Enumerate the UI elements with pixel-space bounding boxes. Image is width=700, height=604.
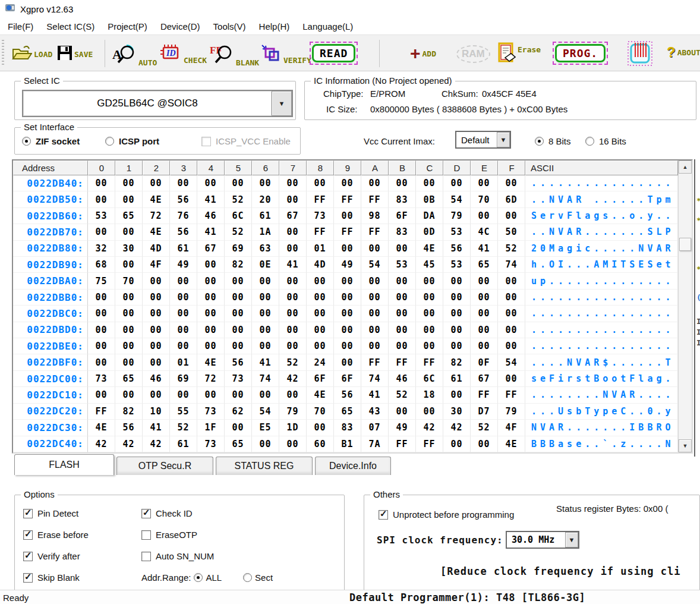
hex-byte-cell[interactable]: 61 [170, 436, 197, 452]
vcc-imax-combo[interactable]: Default ▼ [455, 131, 511, 149]
hex-byte-cell[interactable]: 00 [170, 322, 197, 338]
hex-byte-cell[interactable]: 4E [143, 224, 170, 240]
hex-byte-cell[interactable]: 00 [252, 387, 279, 403]
hex-address[interactable]: 0022DC40: [13, 436, 88, 452]
hex-byte-cell[interactable]: FF [361, 224, 389, 240]
hex-ascii[interactable]: 20Magic.....NVAR [525, 241, 678, 257]
hex-byte-cell[interactable]: 56 [334, 387, 361, 403]
hex-byte-cell[interactable]: 00 [361, 241, 389, 257]
hex-byte-cell[interactable]: 00 [443, 436, 471, 452]
hex-byte-cell[interactable]: 00 [443, 322, 471, 338]
hex-byte-cell[interactable]: 00 [143, 273, 170, 289]
hex-byte-cell[interactable]: E5 [252, 420, 279, 436]
hex-byte-cell[interactable]: 00 [197, 175, 225, 191]
16-bits-radio[interactable]: 16 Bits [585, 136, 626, 146]
tab-flash[interactable]: FLASH [14, 454, 114, 475]
load-button[interactable]: LOAD [12, 45, 52, 64]
hex-byte-cell[interactable]: 00 [471, 290, 498, 306]
hex-byte-cell[interactable]: 42 [115, 436, 143, 452]
hex-byte-cell[interactable]: 76 [170, 208, 197, 224]
hex-ascii[interactable]: h.OI...AMITSESet [525, 257, 678, 273]
hex-byte-cell[interactable]: 00 [334, 273, 361, 289]
hex-byte-cell[interactable]: 00 [225, 273, 252, 289]
hex-byte-cell[interactable]: 00 [252, 306, 279, 322]
hex-byte-cell[interactable]: 00 [115, 306, 143, 322]
menu-item-projectp[interactable]: Project(P) [101, 19, 154, 34]
hex-byte-cell[interactable]: 00 [252, 175, 279, 191]
auto-button[interactable]: A AUTO [112, 43, 157, 67]
hex-byte-cell[interactable]: 00 [115, 290, 143, 306]
hex-byte-cell[interactable]: 73 [225, 371, 252, 387]
hex-byte-cell[interactable]: 00 [334, 322, 361, 338]
hex-ascii[interactable]: ................ [525, 338, 678, 354]
zif-socket-radio[interactable]: ZIF socket [22, 136, 80, 146]
hex-byte-cell[interactable]: 00 [88, 387, 115, 403]
hex-address[interactable]: 0022DC10: [13, 387, 88, 403]
ic-select-combo[interactable]: GD25LB64C @SOIC8 ▼ [22, 90, 293, 117]
hex-byte-cell[interactable]: 00 [88, 191, 115, 207]
hex-byte-cell[interactable]: 67 [279, 208, 307, 224]
hex-byte-cell[interactable]: D7 [471, 404, 498, 420]
hex-byte-cell[interactable]: 20 [252, 191, 279, 207]
hex-byte-cell[interactable]: 00 [225, 306, 252, 322]
hex-byte-cell[interactable]: 49 [170, 257, 197, 273]
hex-byte-cell[interactable]: 46 [197, 208, 225, 224]
hex-byte-cell[interactable]: 56 [225, 354, 252, 370]
hex-byte-cell[interactable]: 53 [443, 257, 471, 273]
scrollbar-thumb[interactable] [679, 238, 691, 251]
hex-byte-cell[interactable]: 50 [498, 224, 525, 240]
hex-byte-cell[interactable]: 41 [471, 241, 498, 257]
hex-byte-cell[interactable]: 00 [498, 322, 525, 338]
hex-byte-cell[interactable]: 00 [197, 387, 225, 403]
verify-after-checkbox[interactable]: ✓ Verify after [23, 551, 80, 561]
hex-byte-cell[interactable]: 54 [443, 191, 471, 207]
hex-address[interactable]: 0022DBA0: [13, 273, 88, 289]
hex-byte-cell[interactable]: 00 [143, 387, 170, 403]
hex-byte-cell[interactable]: 00 [443, 273, 471, 289]
hex-byte-cell[interactable]: 00 [225, 387, 252, 403]
hex-byte-cell[interactable]: 79 [498, 404, 525, 420]
hex-byte-cell[interactable]: 00 [170, 290, 197, 306]
hex-byte-cell[interactable]: 56 [443, 241, 471, 257]
hex-byte-cell[interactable]: 4C [471, 224, 498, 240]
hex-byte-cell[interactable]: 79 [443, 208, 471, 224]
hex-byte-cell[interactable]: 00 [88, 354, 115, 370]
hex-byte-cell[interactable]: 70 [471, 191, 498, 207]
hex-byte-cell[interactable]: 18 [416, 387, 443, 403]
hex-byte-cell[interactable]: FF [88, 404, 115, 420]
hex-byte-cell[interactable]: 1D [279, 420, 307, 436]
erase-otp-checkbox[interactable]: EraseOTP [141, 530, 197, 540]
hex-byte-cell[interactable]: 00 [389, 241, 416, 257]
hex-byte-cell[interactable]: 0E [252, 257, 279, 273]
all-radio[interactable] [194, 573, 203, 582]
hex-byte-cell[interactable]: 00 [307, 175, 334, 191]
hex-byte-cell[interactable]: 00 [279, 290, 307, 306]
hex-byte-cell[interactable]: 0B [416, 191, 443, 207]
hex-byte-cell[interactable]: 4F [498, 420, 525, 436]
hex-byte-cell[interactable]: 6C [416, 371, 443, 387]
unprotect-checkbox[interactable]: ✓ Unprotect before programming [379, 509, 514, 520]
hex-byte-cell[interactable]: 00 [225, 175, 252, 191]
hex-byte-cell[interactable]: 54 [498, 354, 525, 370]
sect-radio[interactable] [243, 573, 252, 582]
hex-address[interactable]: 0022DBF0: [13, 354, 88, 370]
hex-byte-cell[interactable]: 00 [389, 175, 416, 191]
hex-byte-cell[interactable]: 00 [197, 290, 225, 306]
hex-byte-cell[interactable]: 1A [252, 224, 279, 240]
hex-byte-cell[interactable]: 00 [307, 290, 334, 306]
hex-byte-cell[interactable]: 00 [88, 306, 115, 322]
hex-byte-cell[interactable]: 52 [471, 420, 498, 436]
hex-byte-cell[interactable]: FF [361, 354, 389, 370]
hex-byte-cell[interactable]: 67 [197, 241, 225, 257]
hex-ascii[interactable]: ...UsbTypeC..0.y [525, 404, 678, 420]
hex-address[interactable]: 0022DBB0: [13, 290, 88, 306]
save-button[interactable]: SAVE [57, 45, 93, 63]
hex-byte-cell[interactable]: 65 [115, 208, 143, 224]
hex-byte-cell[interactable]: 00 [115, 191, 143, 207]
hex-address[interactable]: 0022DB90: [13, 257, 88, 273]
hex-byte-cell[interactable]: 6F [389, 208, 416, 224]
hex-byte-cell[interactable]: FF [389, 354, 416, 370]
hex-ascii[interactable]: seFirstBootFlag. [525, 371, 678, 387]
hex-byte-cell[interactable]: 30 [115, 241, 143, 257]
menu-item-languagel[interactable]: Language(L) [296, 19, 360, 34]
